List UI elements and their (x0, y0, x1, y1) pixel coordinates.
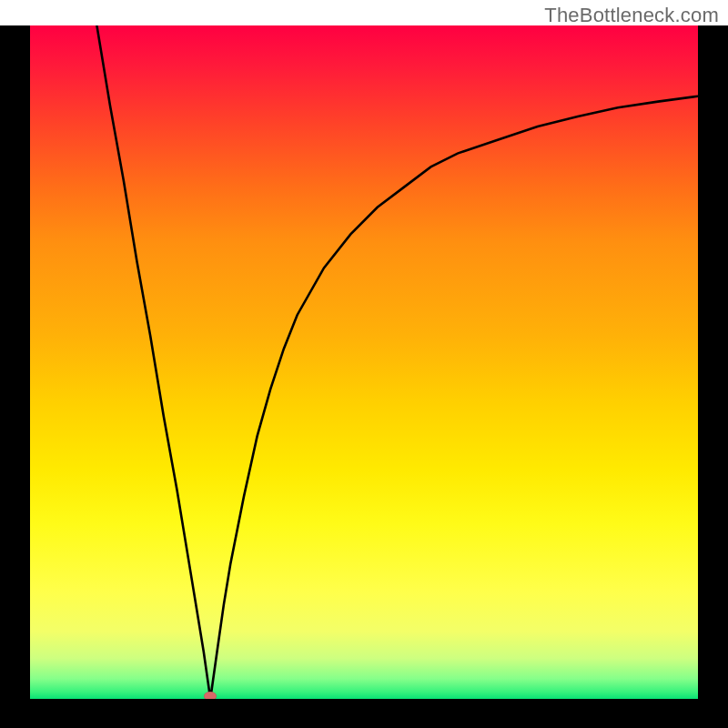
chart-wrapper: TheBottleneck.com (0, 0, 728, 728)
chart-frame (0, 25, 728, 728)
minimum-point-marker (204, 692, 217, 699)
attribution-label: TheBottleneck.com (544, 4, 719, 27)
chart-plot-area (30, 25, 698, 699)
bottleneck-curve (30, 25, 698, 699)
